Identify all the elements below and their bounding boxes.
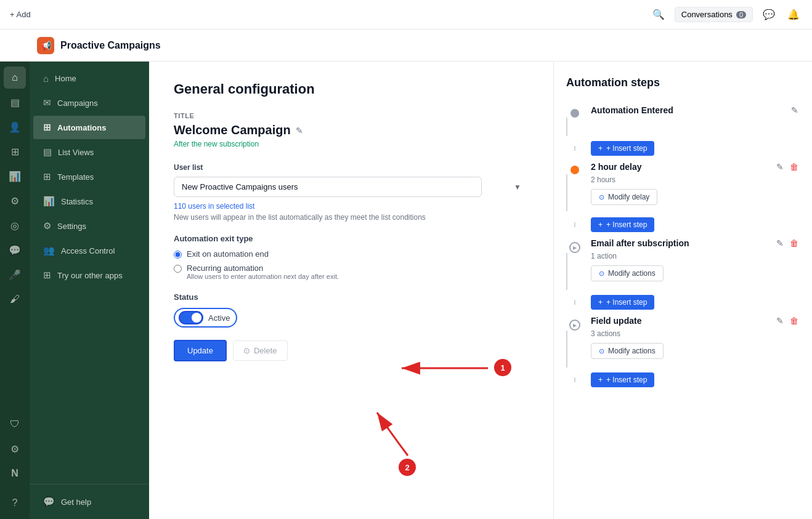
nav-label-campaigns: Campaigns [57,99,98,108]
step-subtitle-delay: 2 hours [591,175,800,184]
step-dot-email: ▶ [569,242,580,253]
sidebar-icon-layers[interactable]: ▤ [4,91,26,113]
insert-plus-icon-2: + [598,220,603,229]
exit-option-2-radio[interactable] [174,265,182,273]
modify-delay-button[interactable]: ⊙ Modify delay [591,189,657,205]
modify-actions-email-button[interactable]: ⊙ Modify actions [591,265,664,281]
nav-item-templates[interactable]: ⊞ Templates [33,165,145,188]
sidebar-icon-target[interactable]: ◎ [4,214,26,236]
bell-icon-button[interactable]: 🔔 [785,6,802,23]
sidebar-icon-n[interactable]: N [4,462,26,485]
insert-step-label-1: + Insert step [606,144,647,153]
vline-after-field [566,331,567,368]
conversations-button[interactable]: Conversations 0 [675,7,753,22]
insert-btn-container-1: + + Insert step [583,139,654,158]
insert-step-button-3[interactable]: + + Insert step [591,295,654,310]
step-dot-entered [570,109,579,118]
modify-actions-field-button[interactable]: ⊙ Modify actions [591,343,664,359]
status-toggle[interactable] [179,311,203,324]
nav-label-statistics: Statistics [61,197,93,206]
nav-item-access-control[interactable]: 👥 Access Control [33,239,145,262]
exit-option-1-label: Exit on automation end [187,249,269,259]
edit-delay-button[interactable]: ✎ [775,161,785,173]
sidebar-icon-chat[interactable]: 💬 [4,239,26,261]
edit-field-button[interactable]: ✎ [775,315,785,327]
delete-email-button[interactable]: 🗑 [789,237,800,249]
delete-delay-button[interactable]: 🗑 [789,161,800,173]
step-header-field: Field update ✎ 🗑 [591,315,800,327]
step-row-delay: 2 hour delay ✎ 🗑 2 hours ⊙ Modify delay [566,161,800,212]
nav-item-get-help[interactable]: 💬 Get help [33,490,145,513]
sidebar-icon-puzzle[interactable]: ⚙ [4,438,26,460]
nav-item-list-views[interactable]: ▤ List Views [33,140,145,164]
modify-delay-icon: ⊙ [599,193,604,201]
insert-step-button-4[interactable]: + + Insert step [591,372,654,387]
step-header-email: Email after subscription ✎ 🗑 [591,237,800,249]
add-button[interactable]: + Add [10,10,31,19]
edit-entered-button[interactable]: ✎ [790,104,800,116]
sidebar-icon-grid[interactable]: ⊞ [4,140,26,163]
nav-sidebar: ⌂ Home ✉ Campaigns ⊞ Automations ▤ List … [30,62,149,519]
step-row-field: ▶ Field update ✎ 🗑 3 actions ⊙ Modify [566,315,800,368]
main-content: General configuration Title Welcome Camp… [149,62,553,519]
automations-nav-icon: ⊞ [43,122,51,133]
sidebar-icon-help[interactable]: ? [4,492,26,514]
step-dot-delay [570,166,579,174]
annotation-arrow-1: 1 [396,356,519,395]
nav-item-automations[interactable]: ⊞ Automations [33,116,145,139]
nav-label-templates: Templates [57,172,94,182]
step-left-email: ▶ [566,237,583,290]
sidebar-icon-chart[interactable]: 📊 [4,165,26,187]
step-subtitle-email: 1 action [591,252,800,260]
insert-vline-4 [574,377,575,382]
app-header: 📢 Proactive Campaigns [0,30,812,62]
user-list-select-wrapper: New Proactive Campaigns users ▼ [174,177,529,197]
exit-option-1-content: Exit on automation end [187,249,269,259]
sidebar-icon-users[interactable]: 👤 [4,116,26,138]
search-button[interactable]: 🔍 [650,6,667,23]
insert-step-button-2[interactable]: + + Insert step [591,217,654,232]
step-row-email: ▶ Email after subscription ✎ 🗑 1 action … [566,237,800,290]
delete-field-button[interactable]: 🗑 [789,315,800,327]
modify-actions-field-label: Modify actions [608,347,656,355]
nav-item-try-other-apps[interactable]: ⊞ Try our other apps [33,264,145,287]
update-button[interactable]: Update [174,340,227,361]
sidebar-icon-shield[interactable]: 🛡 [4,413,26,435]
step-action-icons-field: ✎ 🗑 [775,315,800,327]
home-nav-icon: ⌂ [43,73,49,84]
edit-title-icon[interactable]: ✎ [296,126,303,135]
nav-bottom: 💬 Get help [30,484,149,514]
exit-option-2: Recurring automation Allow users to ente… [174,264,529,280]
status-label: Status [174,292,529,302]
statistics-nav-icon: 📊 [43,196,55,207]
nav-label-get-help: Get help [61,497,91,507]
user-list-select[interactable]: New Proactive Campaigns users [174,177,482,197]
chat-icon-button[interactable]: 💬 [760,6,777,23]
insert-step-button-1[interactable]: + + Insert step [591,141,654,156]
insert-btn-container-2: + + Insert step [583,215,654,235]
nav-item-campaigns[interactable]: ✉ Campaigns [33,91,145,115]
app-icon: 📢 [37,37,54,54]
step-left-delay [566,161,583,211]
active-toggle-container: Active [174,308,237,328]
campaign-title-row: Welcome Campaign ✎ [174,123,529,137]
edit-email-button[interactable]: ✎ [775,237,785,249]
step-title-email: Email after subscription [591,238,689,248]
sidebar-icon-brush[interactable]: 🖌 [4,288,26,310]
sidebar-icon-home[interactable]: ⌂ [4,66,26,89]
nav-item-home[interactable]: ⌂ Home [33,67,145,90]
delete-button[interactable]: ⊙ Delete [233,340,288,361]
vline-after-email [566,253,567,290]
sidebar-icon-mic[interactable]: 🎤 [4,264,26,286]
nav-item-statistics[interactable]: 📊 Statistics [33,190,145,213]
sidebar-icon-settings[interactable]: ⚙ [4,190,26,212]
nav-label-settings: Settings [57,222,86,231]
page-title: General configuration [174,81,529,97]
step-action-icons-email: ✎ 🗑 [775,237,800,249]
get-help-nav-icon: 💬 [43,496,55,507]
nav-item-settings[interactable]: ⚙ Settings [33,214,145,238]
insert-plus-icon-4: + [598,376,603,384]
exit-type-label: Automation exit type [174,234,529,243]
exit-option-1-radio[interactable] [174,251,182,259]
vline-after-entered [566,118,567,136]
